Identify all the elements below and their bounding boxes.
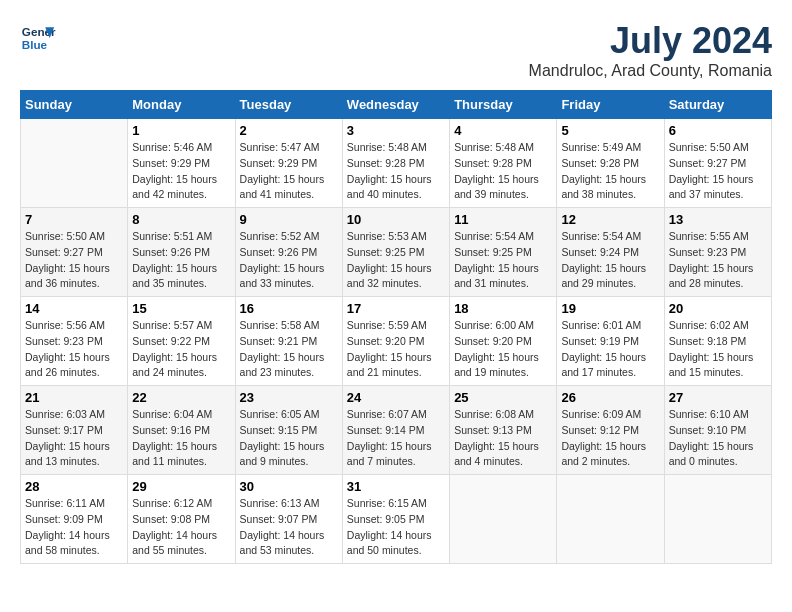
day-number: 14 xyxy=(25,301,123,316)
weekday-header-saturday: Saturday xyxy=(664,91,771,119)
calendar-cell: 24Sunrise: 6:07 AMSunset: 9:14 PMDayligh… xyxy=(342,386,449,475)
week-row-3: 14Sunrise: 5:56 AMSunset: 9:23 PMDayligh… xyxy=(21,297,772,386)
calendar-cell xyxy=(450,475,557,564)
day-info: Sunrise: 5:54 AMSunset: 9:25 PMDaylight:… xyxy=(454,229,552,292)
calendar-cell: 11Sunrise: 5:54 AMSunset: 9:25 PMDayligh… xyxy=(450,208,557,297)
calendar-cell: 22Sunrise: 6:04 AMSunset: 9:16 PMDayligh… xyxy=(128,386,235,475)
calendar-cell: 13Sunrise: 5:55 AMSunset: 9:23 PMDayligh… xyxy=(664,208,771,297)
weekday-header-sunday: Sunday xyxy=(21,91,128,119)
calendar-cell: 10Sunrise: 5:53 AMSunset: 9:25 PMDayligh… xyxy=(342,208,449,297)
calendar-cell: 7Sunrise: 5:50 AMSunset: 9:27 PMDaylight… xyxy=(21,208,128,297)
day-info: Sunrise: 5:51 AMSunset: 9:26 PMDaylight:… xyxy=(132,229,230,292)
day-info: Sunrise: 5:48 AMSunset: 9:28 PMDaylight:… xyxy=(347,140,445,203)
day-number: 16 xyxy=(240,301,338,316)
day-info: Sunrise: 6:01 AMSunset: 9:19 PMDaylight:… xyxy=(561,318,659,381)
day-info: Sunrise: 5:47 AMSunset: 9:29 PMDaylight:… xyxy=(240,140,338,203)
day-info: Sunrise: 6:13 AMSunset: 9:07 PMDaylight:… xyxy=(240,496,338,559)
day-info: Sunrise: 6:09 AMSunset: 9:12 PMDaylight:… xyxy=(561,407,659,470)
calendar-cell: 14Sunrise: 5:56 AMSunset: 9:23 PMDayligh… xyxy=(21,297,128,386)
calendar-cell: 23Sunrise: 6:05 AMSunset: 9:15 PMDayligh… xyxy=(235,386,342,475)
page-header: General Blue July 2024 Mandruloc, Arad C… xyxy=(20,20,772,80)
day-number: 1 xyxy=(132,123,230,138)
day-info: Sunrise: 6:10 AMSunset: 9:10 PMDaylight:… xyxy=(669,407,767,470)
calendar-cell: 20Sunrise: 6:02 AMSunset: 9:18 PMDayligh… xyxy=(664,297,771,386)
calendar-cell: 27Sunrise: 6:10 AMSunset: 9:10 PMDayligh… xyxy=(664,386,771,475)
calendar-cell: 12Sunrise: 5:54 AMSunset: 9:24 PMDayligh… xyxy=(557,208,664,297)
day-info: Sunrise: 6:11 AMSunset: 9:09 PMDaylight:… xyxy=(25,496,123,559)
day-number: 15 xyxy=(132,301,230,316)
svg-text:Blue: Blue xyxy=(22,38,48,51)
calendar-cell: 2Sunrise: 5:47 AMSunset: 9:29 PMDaylight… xyxy=(235,119,342,208)
day-info: Sunrise: 6:03 AMSunset: 9:17 PMDaylight:… xyxy=(25,407,123,470)
week-row-1: 1Sunrise: 5:46 AMSunset: 9:29 PMDaylight… xyxy=(21,119,772,208)
day-number: 24 xyxy=(347,390,445,405)
day-number: 3 xyxy=(347,123,445,138)
day-number: 26 xyxy=(561,390,659,405)
calendar-cell: 15Sunrise: 5:57 AMSunset: 9:22 PMDayligh… xyxy=(128,297,235,386)
day-number: 18 xyxy=(454,301,552,316)
day-number: 12 xyxy=(561,212,659,227)
weekday-header-tuesday: Tuesday xyxy=(235,91,342,119)
day-number: 22 xyxy=(132,390,230,405)
day-info: Sunrise: 6:12 AMSunset: 9:08 PMDaylight:… xyxy=(132,496,230,559)
day-number: 31 xyxy=(347,479,445,494)
title-section: July 2024 Mandruloc, Arad County, Romani… xyxy=(529,20,772,80)
day-number: 23 xyxy=(240,390,338,405)
calendar-cell: 17Sunrise: 5:59 AMSunset: 9:20 PMDayligh… xyxy=(342,297,449,386)
calendar-cell: 25Sunrise: 6:08 AMSunset: 9:13 PMDayligh… xyxy=(450,386,557,475)
logo-icon: General Blue xyxy=(20,20,56,56)
week-row-4: 21Sunrise: 6:03 AMSunset: 9:17 PMDayligh… xyxy=(21,386,772,475)
calendar-cell: 1Sunrise: 5:46 AMSunset: 9:29 PMDaylight… xyxy=(128,119,235,208)
weekday-header-friday: Friday xyxy=(557,91,664,119)
calendar-cell: 29Sunrise: 6:12 AMSunset: 9:08 PMDayligh… xyxy=(128,475,235,564)
day-info: Sunrise: 5:55 AMSunset: 9:23 PMDaylight:… xyxy=(669,229,767,292)
day-number: 20 xyxy=(669,301,767,316)
day-number: 10 xyxy=(347,212,445,227)
day-number: 13 xyxy=(669,212,767,227)
day-info: Sunrise: 6:07 AMSunset: 9:14 PMDaylight:… xyxy=(347,407,445,470)
day-number: 11 xyxy=(454,212,552,227)
calendar-cell: 28Sunrise: 6:11 AMSunset: 9:09 PMDayligh… xyxy=(21,475,128,564)
calendar-cell: 9Sunrise: 5:52 AMSunset: 9:26 PMDaylight… xyxy=(235,208,342,297)
day-info: Sunrise: 5:53 AMSunset: 9:25 PMDaylight:… xyxy=(347,229,445,292)
calendar-cell: 4Sunrise: 5:48 AMSunset: 9:28 PMDaylight… xyxy=(450,119,557,208)
day-info: Sunrise: 5:50 AMSunset: 9:27 PMDaylight:… xyxy=(669,140,767,203)
day-info: Sunrise: 5:49 AMSunset: 9:28 PMDaylight:… xyxy=(561,140,659,203)
calendar-cell xyxy=(21,119,128,208)
weekday-header-thursday: Thursday xyxy=(450,91,557,119)
day-info: Sunrise: 5:50 AMSunset: 9:27 PMDaylight:… xyxy=(25,229,123,292)
day-info: Sunrise: 5:46 AMSunset: 9:29 PMDaylight:… xyxy=(132,140,230,203)
day-info: Sunrise: 5:48 AMSunset: 9:28 PMDaylight:… xyxy=(454,140,552,203)
calendar-cell xyxy=(557,475,664,564)
day-number: 28 xyxy=(25,479,123,494)
day-info: Sunrise: 5:54 AMSunset: 9:24 PMDaylight:… xyxy=(561,229,659,292)
calendar-cell xyxy=(664,475,771,564)
day-number: 5 xyxy=(561,123,659,138)
day-info: Sunrise: 6:00 AMSunset: 9:20 PMDaylight:… xyxy=(454,318,552,381)
day-info: Sunrise: 6:02 AMSunset: 9:18 PMDaylight:… xyxy=(669,318,767,381)
calendar-cell: 19Sunrise: 6:01 AMSunset: 9:19 PMDayligh… xyxy=(557,297,664,386)
day-info: Sunrise: 5:52 AMSunset: 9:26 PMDaylight:… xyxy=(240,229,338,292)
day-number: 2 xyxy=(240,123,338,138)
calendar-cell: 3Sunrise: 5:48 AMSunset: 9:28 PMDaylight… xyxy=(342,119,449,208)
calendar-cell: 16Sunrise: 5:58 AMSunset: 9:21 PMDayligh… xyxy=(235,297,342,386)
calendar-cell: 30Sunrise: 6:13 AMSunset: 9:07 PMDayligh… xyxy=(235,475,342,564)
day-number: 27 xyxy=(669,390,767,405)
day-info: Sunrise: 5:59 AMSunset: 9:20 PMDaylight:… xyxy=(347,318,445,381)
calendar-cell: 26Sunrise: 6:09 AMSunset: 9:12 PMDayligh… xyxy=(557,386,664,475)
calendar-cell: 31Sunrise: 6:15 AMSunset: 9:05 PMDayligh… xyxy=(342,475,449,564)
calendar-cell: 8Sunrise: 5:51 AMSunset: 9:26 PMDaylight… xyxy=(128,208,235,297)
calendar-cell: 18Sunrise: 6:00 AMSunset: 9:20 PMDayligh… xyxy=(450,297,557,386)
week-row-2: 7Sunrise: 5:50 AMSunset: 9:27 PMDaylight… xyxy=(21,208,772,297)
day-info: Sunrise: 6:05 AMSunset: 9:15 PMDaylight:… xyxy=(240,407,338,470)
calendar-cell: 6Sunrise: 5:50 AMSunset: 9:27 PMDaylight… xyxy=(664,119,771,208)
day-info: Sunrise: 6:04 AMSunset: 9:16 PMDaylight:… xyxy=(132,407,230,470)
day-info: Sunrise: 5:58 AMSunset: 9:21 PMDaylight:… xyxy=(240,318,338,381)
day-number: 6 xyxy=(669,123,767,138)
day-number: 7 xyxy=(25,212,123,227)
day-number: 30 xyxy=(240,479,338,494)
day-number: 29 xyxy=(132,479,230,494)
day-number: 25 xyxy=(454,390,552,405)
day-number: 17 xyxy=(347,301,445,316)
weekday-header-monday: Monday xyxy=(128,91,235,119)
